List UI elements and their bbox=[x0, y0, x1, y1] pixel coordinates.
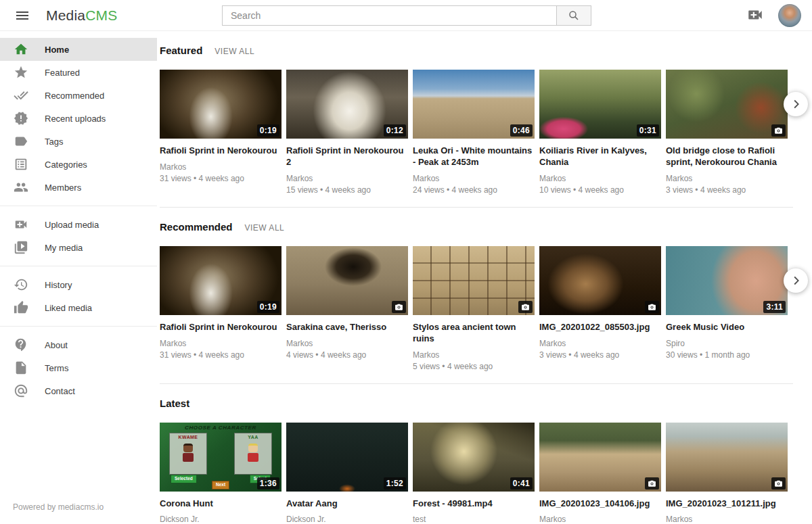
media-author[interactable]: Markos bbox=[539, 339, 661, 348]
view-all-link[interactable]: VIEW ALL bbox=[245, 223, 285, 233]
media-author[interactable]: Markos bbox=[666, 515, 788, 524]
media-thumbnail[interactable]: 0:19 bbox=[160, 70, 281, 139]
media-thumbnail[interactable] bbox=[666, 423, 788, 492]
media-title[interactable]: IMG_20201023_104106.jpg bbox=[539, 498, 661, 510]
sidebar-item-categories[interactable]: Categories bbox=[0, 153, 157, 176]
media-section: Featured VIEW ALL 0:19 Rafioli Sprint in… bbox=[160, 31, 793, 208]
upload-media-button[interactable] bbox=[746, 6, 765, 25]
sidebar-item-history[interactable]: History bbox=[0, 273, 157, 296]
sidebar-item-label: Recent uploads bbox=[45, 114, 106, 124]
media-author[interactable]: Markos bbox=[160, 162, 281, 172]
media-card[interactable]: IMG_20201023_104106.jpg Markos 4 views •… bbox=[539, 423, 661, 524]
view-all-link[interactable]: VIEW ALL bbox=[215, 47, 254, 56]
sidebar-item-label: My media bbox=[45, 243, 83, 253]
sidebar-item-recent-uploads[interactable]: Recent uploads bbox=[0, 107, 157, 130]
media-card[interactable]: IMG_20201022_085503.jpg Markos 3 views •… bbox=[539, 246, 661, 371]
image-type-badge bbox=[645, 477, 659, 490]
camera-icon bbox=[774, 479, 783, 488]
thumb-up-icon bbox=[14, 300, 28, 315]
carousel-next-button[interactable] bbox=[784, 268, 808, 293]
media-card[interactable]: Old bridge close to Rafioli sprint, Nero… bbox=[666, 70, 788, 195]
media-title[interactable]: Avatar Aang bbox=[286, 498, 408, 510]
media-thumbnail[interactable]: 0:41 bbox=[413, 423, 535, 492]
media-title[interactable]: Corona Hunt bbox=[160, 498, 281, 510]
sidebar-item-tags[interactable]: Tags bbox=[0, 130, 157, 153]
sidebar-item-my-media[interactable]: My media bbox=[0, 236, 157, 259]
search-icon bbox=[568, 9, 580, 22]
media-card[interactable]: 0:12 Rafioli Sprint in Nerokourou 2 Mark… bbox=[286, 70, 408, 195]
media-author[interactable]: Markos bbox=[539, 515, 661, 524]
logo-media-text: Media bbox=[46, 7, 85, 23]
media-title[interactable]: Old bridge close to Rafioli sprint, Nero… bbox=[666, 145, 788, 168]
media-author[interactable]: Dickson Jr. bbox=[160, 515, 281, 524]
media-author[interactable]: Markos bbox=[413, 174, 535, 183]
media-thumbnail[interactable]: 0:12 bbox=[286, 70, 408, 139]
media-title[interactable]: Rafioli Sprint in Nerokourou bbox=[160, 145, 281, 157]
media-card[interactable]: 0:41 Forest - 49981.mp4 test 17 views • … bbox=[413, 423, 535, 524]
media-title[interactable]: Greek Music Video bbox=[666, 322, 788, 333]
media-title[interactable]: IMG_20201022_085503.jpg bbox=[539, 322, 661, 333]
media-thumbnail[interactable] bbox=[413, 246, 535, 315]
menu-button[interactable] bbox=[12, 5, 32, 26]
media-author[interactable]: Spiro bbox=[666, 339, 788, 348]
media-card[interactable]: 3:11 Greek Music Video Spiro 30 views • … bbox=[666, 246, 788, 371]
sidebar-item-upload-media[interactable]: Upload media bbox=[0, 213, 157, 236]
search-input[interactable] bbox=[222, 5, 556, 26]
media-author[interactable]: Dickson Jr. bbox=[286, 515, 408, 524]
media-card[interactable]: 0:31 Koiliaris River in Kalyves, Chania … bbox=[539, 70, 661, 195]
media-author[interactable]: Markos bbox=[160, 339, 281, 348]
camera-icon bbox=[648, 303, 656, 312]
media-thumbnail[interactable]: 0:31 bbox=[539, 70, 661, 139]
sidebar-item-about[interactable]: About bbox=[0, 333, 157, 356]
media-thumbnail[interactable]: 3:11 bbox=[666, 246, 788, 315]
user-avatar[interactable] bbox=[778, 4, 801, 27]
media-thumbnail[interactable] bbox=[286, 246, 408, 315]
history-icon bbox=[14, 277, 28, 292]
media-author[interactable]: Markos bbox=[413, 350, 535, 360]
image-type-badge bbox=[645, 301, 659, 313]
game-selected-button: Selected bbox=[171, 475, 197, 483]
media-card[interactable]: 0:19 Rafioli Sprint in Nerokourou Markos… bbox=[160, 246, 281, 371]
carousel-next-button[interactable] bbox=[784, 92, 808, 116]
media-author[interactable]: Markos bbox=[286, 339, 408, 348]
media-author[interactable]: Markos bbox=[286, 174, 408, 183]
media-title[interactable]: IMG_20201023_101211.jpg bbox=[666, 498, 788, 510]
home-icon bbox=[14, 42, 28, 57]
search-button[interactable] bbox=[556, 5, 591, 26]
duration-badge: 0:41 bbox=[510, 477, 533, 490]
media-card[interactable]: IMG_20201023_101211.jpg Markos 4 views •… bbox=[666, 423, 788, 524]
media-author[interactable]: Markos bbox=[539, 174, 661, 183]
media-thumbnail[interactable] bbox=[539, 246, 661, 315]
media-thumbnail[interactable]: 0:46 bbox=[413, 70, 535, 139]
sidebar-item-featured[interactable]: Featured bbox=[0, 61, 157, 84]
media-title[interactable]: Koiliaris River in Kalyves, Chania bbox=[539, 145, 661, 168]
media-card[interactable]: Sarakina cave, Therisso Markos 4 views •… bbox=[286, 246, 408, 371]
media-title[interactable]: Rafioli Sprint in Nerokourou bbox=[160, 322, 281, 333]
media-card[interactable]: CHOOSE A CHARACTERKWAMEYAASelectedNextSe… bbox=[160, 423, 281, 524]
sidebar-item-terms[interactable]: Terms bbox=[0, 356, 157, 379]
media-thumbnail[interactable]: 1:52 bbox=[286, 423, 408, 492]
sidebar-item-recommended[interactable]: Recommended bbox=[0, 84, 157, 107]
media-card[interactable]: 0:19 Rafioli Sprint in Nerokourou Markos… bbox=[160, 70, 281, 195]
media-title[interactable]: Forest - 49981.mp4 bbox=[413, 498, 535, 510]
sidebar-item-liked-media[interactable]: Liked media bbox=[0, 296, 157, 319]
media-title[interactable]: Leuka Ori - White mountains - Peak at 24… bbox=[413, 145, 535, 168]
sidebar-item-home[interactable]: Home bbox=[0, 38, 157, 61]
media-card[interactable]: Stylos area ancient town ruins Markos 5 … bbox=[413, 246, 535, 371]
sidebar-item-contact[interactable]: Contact bbox=[0, 379, 157, 402]
sidebar-item-members[interactable]: Members bbox=[0, 176, 157, 199]
media-thumbnail[interactable] bbox=[666, 70, 788, 139]
media-card[interactable]: 0:46 Leuka Ori - White mountains - Peak … bbox=[413, 70, 535, 195]
media-author[interactable]: Markos bbox=[666, 174, 788, 183]
media-title[interactable]: Sarakina cave, Therisso bbox=[286, 322, 408, 333]
media-title[interactable]: Stylos area ancient town ruins bbox=[413, 322, 535, 345]
sidebar: HomeFeaturedRecommendedRecent uploadsTag… bbox=[0, 31, 157, 524]
media-card[interactable]: 1:52 Avatar Aang Dickson Jr. 12 views • … bbox=[286, 423, 408, 524]
media-thumbnail[interactable]: 0:19 bbox=[160, 246, 281, 315]
media-title[interactable]: Rafioli Sprint in Nerokourou 2 bbox=[286, 145, 408, 168]
media-thumbnail[interactable] bbox=[539, 423, 661, 492]
media-author[interactable]: test bbox=[413, 515, 535, 524]
media-thumbnail[interactable]: CHOOSE A CHARACTERKWAMEYAASelectedNextSe… bbox=[160, 423, 281, 492]
star-icon bbox=[14, 65, 28, 80]
logo[interactable]: MediaCMS bbox=[46, 7, 117, 24]
